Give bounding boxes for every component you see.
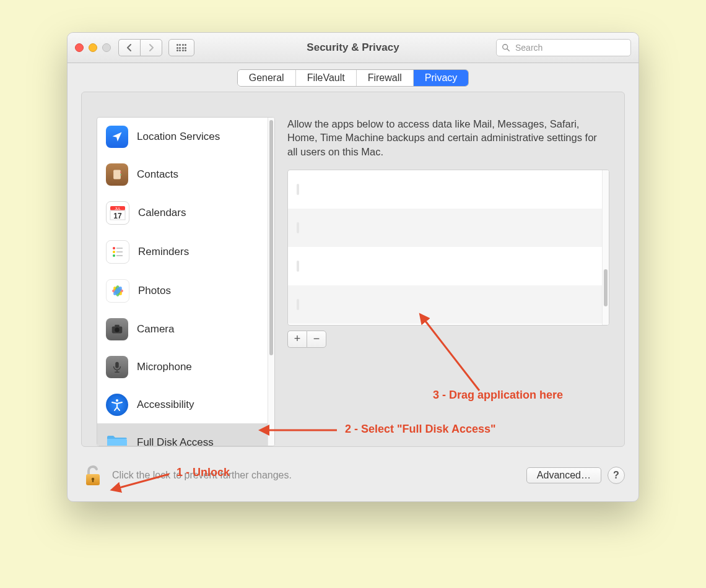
- sidebar-item-label: Reminders: [138, 246, 189, 258]
- sidebar-item-label: Microphone: [137, 361, 192, 373]
- zoom-window-button[interactable]: [102, 43, 111, 52]
- svg-rect-4: [120, 174, 121, 176]
- svg-point-25: [116, 399, 118, 402]
- minimize-window-button[interactable]: [89, 43, 97, 52]
- app-list-scrollbar[interactable]: [602, 170, 609, 325]
- svg-text:17: 17: [113, 212, 122, 220]
- tab-general[interactable]: General: [238, 70, 296, 86]
- sidebar-item-location[interactable]: Location Services: [97, 118, 268, 155]
- sidebar-item-label: Calendars: [138, 207, 186, 219]
- sidebar-item-label: Camera: [137, 323, 174, 335]
- svg-point-11: [113, 254, 115, 257]
- sidebar-item-photos[interactable]: Photos: [97, 271, 268, 310]
- svg-point-9: [113, 247, 115, 249]
- sidebar-item-reminders[interactable]: Reminders: [97, 232, 268, 271]
- advanced-button[interactable]: Advanced…: [526, 467, 601, 483]
- search-input[interactable]: [514, 42, 625, 53]
- footer: Click the lock to prevent further change…: [68, 457, 638, 501]
- sidebar-item-full-disk-access[interactable]: Full Disk Access: [97, 423, 268, 446]
- tab-privacy[interactable]: Privacy: [414, 70, 468, 86]
- remove-app-button[interactable]: −: [307, 331, 326, 348]
- add-app-button[interactable]: +: [287, 331, 307, 348]
- sidebar-item-label: Location Services: [137, 131, 220, 143]
- chevron-left-icon: [126, 44, 133, 51]
- tab-filevault[interactable]: FileVault: [296, 70, 357, 86]
- preferences-window: Security & Privacy General FileVault Fir…: [67, 32, 639, 502]
- search-field[interactable]: [496, 39, 631, 56]
- camera-icon: [106, 318, 128, 340]
- sidebar-item-contacts[interactable]: Contacts: [97, 155, 268, 193]
- lock-hint-text: Click the lock to prevent further change…: [112, 470, 292, 481]
- window-controls: [75, 43, 111, 52]
- app-list[interactable]: [287, 170, 609, 326]
- sidebar-item-label: Contacts: [137, 168, 178, 181]
- unlock-button[interactable]: [81, 463, 106, 488]
- sidebar-item-label: Full Disk Access: [137, 436, 214, 446]
- svg-rect-28: [92, 479, 94, 482]
- app-list-scrollbar-thumb[interactable]: [604, 269, 608, 306]
- svg-text:JUL: JUL: [115, 206, 121, 210]
- help-button[interactable]: ?: [608, 467, 625, 484]
- folder-icon: [106, 431, 128, 446]
- back-button[interactable]: [118, 39, 140, 56]
- calendar-icon: 17JUL: [106, 201, 129, 225]
- reminders-icon: [106, 240, 129, 264]
- sidebar-scrollbar[interactable]: [268, 118, 274, 446]
- accessibility-icon: [106, 394, 128, 416]
- sidebar-item-calendars[interactable]: 17JUL Calendars: [97, 193, 268, 232]
- sidebar-scrollbar-thumb[interactable]: [269, 120, 273, 355]
- svg-point-20: [115, 327, 119, 332]
- svg-line-1: [507, 49, 509, 51]
- sidebar-item-microphone[interactable]: Microphone: [97, 348, 268, 386]
- sidebar-item-camera[interactable]: Camera: [97, 310, 268, 348]
- tab-firewall[interactable]: Firewall: [357, 70, 414, 86]
- nav-buttons: [118, 39, 162, 56]
- lock-open-icon: [81, 463, 106, 488]
- search-icon: [502, 43, 510, 52]
- grid-icon: [176, 44, 186, 51]
- add-remove-row: + −: [287, 331, 609, 348]
- svg-rect-2: [113, 170, 121, 179]
- svg-rect-3: [120, 171, 121, 173]
- svg-point-10: [113, 251, 115, 253]
- svg-rect-21: [115, 324, 119, 327]
- contacts-icon: [106, 163, 128, 186]
- privacy-description: Allow the apps below to access data like…: [287, 117, 609, 158]
- privacy-sidebar: Location Services Contacts 17JUL Calenda…: [97, 117, 275, 446]
- forward-button[interactable]: [140, 39, 162, 56]
- sidebar-item-label: Accessibility: [137, 399, 194, 411]
- title-bar: Security & Privacy: [68, 33, 638, 63]
- detail-panel: Allow the apps below to access data like…: [287, 117, 609, 446]
- photos-icon: [106, 279, 129, 303]
- microphone-icon: [106, 356, 128, 378]
- sidebar-item-label: Photos: [138, 285, 171, 297]
- chevron-right-icon: [148, 44, 154, 51]
- show-all-button[interactable]: [168, 39, 194, 56]
- close-window-button[interactable]: [75, 43, 84, 52]
- sidebar-item-accessibility[interactable]: Accessibility: [97, 386, 268, 423]
- svg-rect-22: [115, 361, 119, 368]
- tab-bar: General FileVault Firewall Privacy: [68, 63, 638, 87]
- content-panel: Location Services Contacts 17JUL Calenda…: [81, 92, 625, 447]
- location-icon: [106, 126, 128, 148]
